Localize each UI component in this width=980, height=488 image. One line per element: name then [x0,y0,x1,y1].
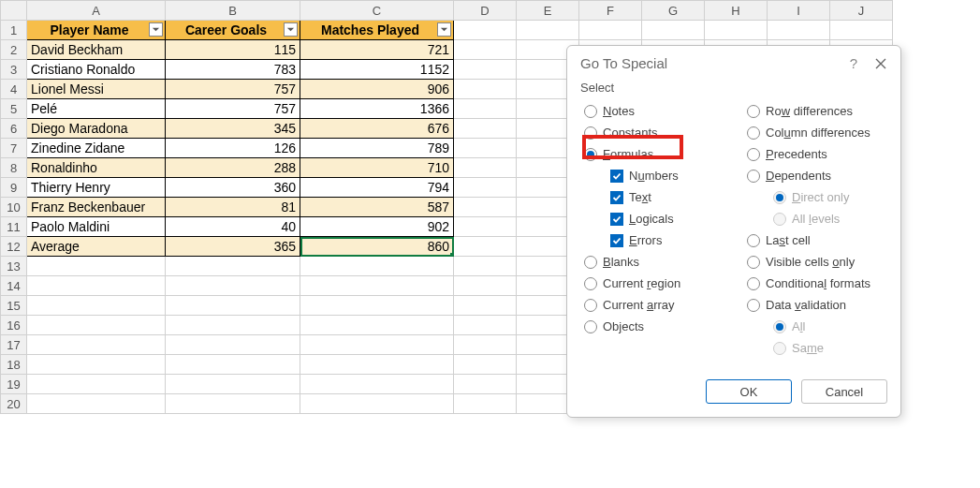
row-header[interactable]: 9 [1,178,27,198]
radio-icon[interactable] [747,234,760,247]
cell[interactable]: Lionel Messi [27,80,166,99]
radio-option-column-differences[interactable]: Column differences [743,122,887,143]
cell[interactable]: 902 [300,217,454,237]
row-header[interactable]: 5 [1,99,27,119]
radio-option-last-cell[interactable]: Last cell [743,229,887,251]
cell[interactable] [454,139,517,158]
cell[interactable] [27,375,166,394]
col-header[interactable]: I [768,1,830,21]
cell[interactable] [300,355,454,375]
cell[interactable]: 789 [300,139,454,158]
radio-icon[interactable] [584,148,597,161]
cell[interactable] [166,335,300,355]
cell[interactable] [166,316,300,335]
col-header[interactable]: D [454,1,517,21]
cell[interactable]: 794 [300,178,454,198]
cell[interactable] [454,178,517,198]
checkbox-option-errors[interactable]: Errors [580,229,721,251]
cell[interactable]: 288 [166,158,300,178]
cell[interactable]: 360 [166,178,300,198]
radio-icon[interactable] [584,256,597,269]
cell[interactable]: 710 [300,158,454,178]
radio-icon[interactable] [747,126,760,140]
radio-option-constants[interactable]: Constants [580,122,721,143]
checkbox-option-numbers[interactable]: Numbers [580,165,721,186]
cell[interactable] [454,158,517,178]
radio-option-current-region[interactable]: Current region [580,273,721,294]
row-header[interactable]: 4 [1,80,27,99]
cell[interactable] [166,375,300,394]
cell[interactable] [300,335,454,355]
row-header[interactable]: 15 [1,296,27,316]
radio-icon[interactable] [584,320,597,333]
row-header[interactable]: 10 [1,198,27,217]
row-header[interactable]: 20 [1,394,27,414]
checkbox-icon[interactable] [610,234,623,247]
cell[interactable] [27,296,166,316]
radio-option-precedents[interactable]: Precedents [743,143,887,165]
cell[interactable] [27,316,166,335]
checkbox-option-text[interactable]: Text [580,186,721,208]
row-header[interactable]: 3 [1,60,27,80]
cell[interactable]: 860 [300,237,454,257]
cell[interactable] [166,355,300,375]
col-header[interactable]: H [705,1,768,21]
cell[interactable] [454,257,517,276]
cell[interactable]: 365 [166,237,300,257]
cell[interactable] [166,296,300,316]
cell[interactable]: 115 [166,40,300,60]
cell[interactable] [454,40,517,60]
checkbox-option-logicals[interactable]: Logicals [580,208,721,229]
row-header[interactable]: 7 [1,139,27,158]
row-header[interactable]: 14 [1,276,27,296]
cell[interactable] [517,21,579,40]
cell[interactable]: 721 [300,40,454,60]
filter-dropdown-icon[interactable] [437,22,451,37]
radio-icon[interactable] [747,148,760,161]
cell[interactable] [705,21,768,40]
col-header[interactable]: B [166,1,300,21]
cell[interactable]: Player Name [27,21,166,40]
cell[interactable]: Franz Beckenbauer [27,198,166,217]
radio-icon[interactable] [747,170,760,183]
radio-option-notes[interactable]: Notes [580,100,721,122]
checkbox-icon[interactable] [610,191,623,204]
cell[interactable] [27,257,166,276]
cell[interactable] [454,80,517,99]
row-header[interactable]: 17 [1,335,27,355]
radio-icon[interactable] [584,277,597,290]
cell[interactable] [454,375,517,394]
col-header[interactable]: J [830,1,893,21]
radio-option-visible-cells-only[interactable]: Visible cells only [743,251,887,273]
cell[interactable]: Average [27,237,166,257]
cell[interactable]: 81 [166,198,300,217]
row-header[interactable]: 12 [1,237,27,257]
cell[interactable]: Ronaldinho [27,158,166,178]
row-header[interactable]: 11 [1,217,27,237]
cell[interactable]: 783 [166,60,300,80]
row-header[interactable]: 2 [1,40,27,60]
cell[interactable] [454,99,517,119]
row-header[interactable]: 8 [1,158,27,178]
cell[interactable] [579,21,642,40]
row-header[interactable]: 13 [1,257,27,276]
cell[interactable]: Career Goals [166,21,300,40]
cell[interactable] [300,276,454,296]
cell[interactable]: 676 [300,119,454,139]
cell[interactable] [768,21,830,40]
radio-icon[interactable] [584,299,597,312]
cell[interactable]: Thierry Henry [27,178,166,198]
radio-option-data-validation[interactable]: Data validation [743,294,887,316]
help-icon[interactable]: ? [850,55,857,71]
radio-icon[interactable] [747,256,760,269]
radio-option-formulas[interactable]: Formulas [580,143,721,165]
cell[interactable] [454,316,517,335]
ok-button[interactable]: OK [706,379,792,404]
cell[interactable] [454,335,517,355]
radio-option-row-differences[interactable]: Row differences [743,100,887,122]
close-icon[interactable] [874,57,887,70]
cell[interactable] [454,21,517,40]
col-header[interactable]: A [27,1,166,21]
checkbox-icon[interactable] [610,213,623,226]
row-header[interactable]: 16 [1,316,27,335]
